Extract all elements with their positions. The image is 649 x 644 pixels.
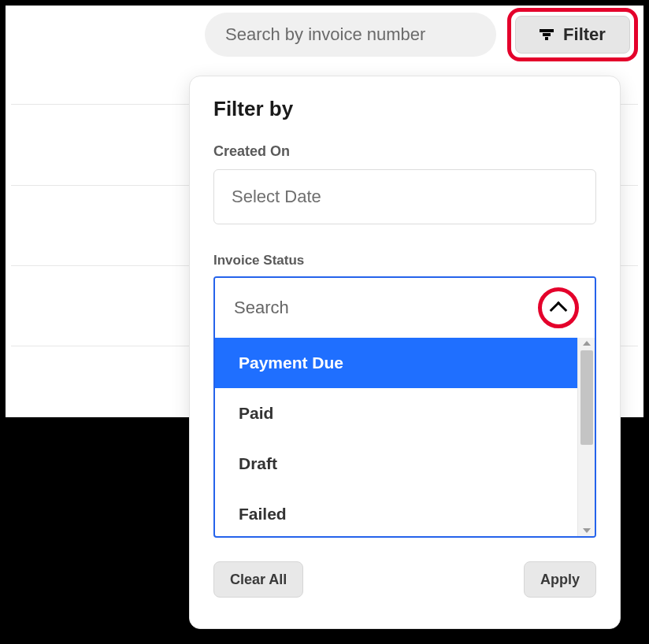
panel-title: Filter by	[213, 97, 596, 121]
filter-button-wrap: Filter	[509, 13, 636, 57]
clear-all-button[interactable]: Clear All	[213, 561, 303, 598]
created-on-input[interactable]: Select Date	[213, 169, 596, 224]
dropdown-list: Payment Due Paid Draft Failed	[215, 338, 577, 536]
filter-button-label: Filter	[563, 24, 606, 45]
chevron-up-icon	[550, 302, 568, 320]
filter-button[interactable]: Filter	[515, 16, 630, 54]
scroll-thumb[interactable]	[580, 350, 593, 445]
filter-icon	[540, 29, 554, 40]
invoice-status-dropdown: Search Payment Due Paid Draft Failed	[213, 276, 596, 538]
dropdown-option-failed[interactable]: Failed	[215, 489, 577, 536]
dropdown-option-draft[interactable]: Draft	[215, 439, 577, 489]
panel-actions: Clear All Apply	[213, 561, 596, 598]
filter-panel: Filter by Created On Select Date Invoice…	[189, 76, 621, 629]
dropdown-toggle[interactable]	[541, 291, 576, 325]
scroll-up-icon	[583, 341, 591, 346]
invoice-status-label: Invoice Status	[213, 253, 596, 268]
search-placeholder: Search by invoice number	[225, 24, 425, 45]
scroll-down-icon	[583, 528, 591, 533]
apply-button[interactable]: Apply	[524, 561, 596, 598]
dropdown-option-payment-due[interactable]: Payment Due	[215, 338, 577, 388]
scrollbar[interactable]	[577, 338, 595, 536]
dropdown-header[interactable]: Search	[215, 278, 595, 338]
dropdown-search-placeholder: Search	[234, 298, 289, 318]
top-bar: Search by invoice number Filter	[205, 13, 636, 57]
dropdown-list-wrap: Payment Due Paid Draft Failed	[215, 338, 595, 536]
created-on-placeholder: Select Date	[232, 187, 321, 207]
dropdown-option-paid[interactable]: Paid	[215, 388, 577, 439]
created-on-label: Created On	[213, 143, 596, 160]
search-input[interactable]: Search by invoice number	[205, 13, 496, 57]
